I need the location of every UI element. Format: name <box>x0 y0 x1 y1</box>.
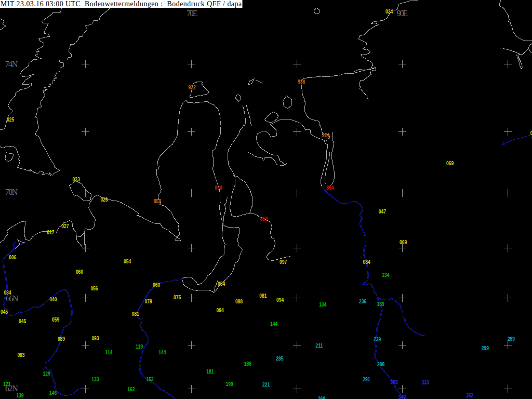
svg-text:083: 083 <box>17 352 24 358</box>
svg-text:040: 040 <box>49 296 57 302</box>
svg-text:894: 894 <box>326 184 334 191</box>
svg-text:70N: 70N <box>5 188 18 196</box>
svg-text:162: 162 <box>127 386 135 392</box>
svg-text:139: 139 <box>16 392 23 398</box>
svg-text:006: 006 <box>9 254 16 260</box>
svg-text:181: 181 <box>206 368 214 375</box>
svg-text:114: 114 <box>105 349 113 355</box>
svg-text:054: 054 <box>218 281 225 287</box>
svg-text:023: 023 <box>73 176 80 182</box>
svg-text:121: 121 <box>3 381 10 387</box>
svg-text:269: 269 <box>318 395 325 399</box>
svg-text:026: 026 <box>100 196 108 203</box>
svg-text:74N: 74N <box>5 60 18 69</box>
svg-text:186: 186 <box>244 361 251 367</box>
svg-text:024: 024 <box>385 8 393 15</box>
svg-text:189: 189 <box>377 301 384 307</box>
svg-text:119: 119 <box>136 343 143 350</box>
svg-text:953: 953 <box>154 198 161 204</box>
svg-text:269: 269 <box>508 336 515 342</box>
svg-text:291: 291 <box>363 376 370 382</box>
svg-text:199: 199 <box>226 381 233 387</box>
svg-text:70E: 70E <box>187 9 198 18</box>
svg-text:146: 146 <box>49 390 57 396</box>
svg-text:069: 069 <box>446 160 454 166</box>
svg-text:303: 303 <box>391 379 398 385</box>
svg-text:094: 094 <box>276 297 284 303</box>
svg-text:922: 922 <box>189 84 196 90</box>
svg-text:094: 094 <box>217 307 224 313</box>
svg-text:342: 342 <box>398 394 406 399</box>
svg-text:097: 097 <box>280 259 287 265</box>
svg-text:860: 860 <box>215 184 222 191</box>
svg-text:056: 056 <box>90 285 98 291</box>
svg-text:144: 144 <box>270 321 278 327</box>
svg-text:352: 352 <box>466 392 473 398</box>
svg-text:047: 047 <box>379 208 386 215</box>
svg-text:089: 089 <box>58 336 65 342</box>
svg-text:144: 144 <box>158 349 166 355</box>
svg-text:299: 299 <box>482 345 489 351</box>
svg-text:079: 079 <box>145 298 152 304</box>
svg-text:081: 081 <box>132 311 139 317</box>
svg-text:333: 333 <box>422 379 429 385</box>
svg-text:236: 236 <box>359 298 366 304</box>
svg-text:017: 017 <box>47 229 54 235</box>
svg-text:060: 060 <box>153 282 160 288</box>
svg-text:075: 075 <box>174 294 181 300</box>
svg-text:211: 211 <box>315 342 323 349</box>
svg-text:90E: 90E <box>397 9 408 18</box>
svg-text:288: 288 <box>377 361 384 367</box>
svg-text:221: 221 <box>262 381 270 388</box>
svg-text:938: 938 <box>298 78 305 85</box>
svg-text:088: 088 <box>235 298 243 304</box>
svg-text:069: 069 <box>400 239 407 245</box>
svg-text:081: 081 <box>259 292 267 299</box>
svg-text:045: 045 <box>1 309 8 315</box>
svg-text:054: 054 <box>124 258 131 264</box>
svg-text:027: 027 <box>61 223 69 229</box>
svg-text:153: 153 <box>146 376 153 382</box>
svg-text:093: 093 <box>91 335 99 341</box>
svg-text:060: 060 <box>76 269 83 275</box>
svg-text:133: 133 <box>91 376 99 382</box>
svg-text:034: 034 <box>4 289 11 296</box>
svg-text:239: 239 <box>374 336 381 342</box>
svg-text:924: 924 <box>322 132 330 138</box>
svg-text:859: 859 <box>260 216 268 222</box>
svg-text:134: 134 <box>319 301 327 308</box>
svg-text:059: 059 <box>52 316 59 323</box>
svg-text:045: 045 <box>19 318 26 324</box>
svg-text:134: 134 <box>382 272 390 278</box>
svg-text:129: 129 <box>43 370 50 377</box>
svg-text:MIT 23.03.16 03:00 UTC Bodenw: MIT 23.03.16 03:00 UTC Bodenwettermeldun… <box>1 0 242 8</box>
svg-text:084: 084 <box>363 259 371 265</box>
svg-text:025: 025 <box>7 116 14 123</box>
svg-text:285: 285 <box>276 355 283 362</box>
